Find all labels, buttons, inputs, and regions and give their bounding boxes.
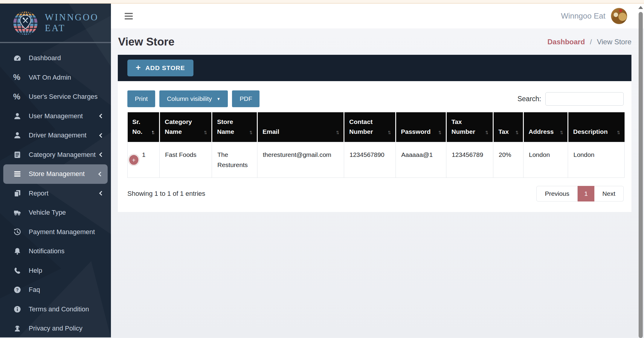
sidebar-item-label: Category Management (29, 151, 96, 159)
sidebar-item-label: Notifications (29, 247, 65, 255)
app-logo[interactable]: WINNGOO EAT (0, 4, 111, 42)
sidebar-item-payment-management[interactable]: Payment Management (0, 222, 111, 242)
cell-password: Aaaaaa@1 (396, 142, 446, 178)
cell-tax: 20% (493, 142, 524, 178)
brand-text: Winngoo Eat (561, 11, 605, 21)
sidebar-item-vehicle-type[interactable]: Vehicle Type (0, 203, 111, 222)
sidebar-item-report[interactable]: Report (0, 184, 111, 203)
pagination-page-1-button[interactable]: 1 (578, 186, 594, 201)
sort-icon: ↑↓ (617, 128, 621, 137)
avatar[interactable] (611, 8, 627, 24)
top-strip (0, 0, 644, 4)
col-header-address[interactable]: Address↑↓ (524, 112, 568, 142)
sidebar-item-label: Help (29, 267, 42, 275)
bars-icon (13, 170, 26, 178)
sort-icon: ↑↓ (387, 128, 391, 137)
search-label: Search: (518, 95, 541, 103)
user-secret-icon (13, 324, 26, 333)
sort-icon: ↑↓ (249, 128, 253, 137)
sort-icon: ↑↓ (336, 128, 340, 137)
column-visibility-button[interactable]: Column visibility ▼ (159, 90, 228, 107)
sort-icon: ↑↓ (151, 128, 155, 137)
sidebar: WINNGOO EAT Dashboard % VAT On Admin (0, 4, 111, 337)
print-button[interactable]: Print (127, 90, 155, 107)
copy-pages-icon (13, 189, 26, 198)
sidebar-item-label: Payment Management (29, 228, 95, 236)
vertical-scrollbar (637, 4, 644, 338)
cell-tax-number: 123456789 (446, 142, 493, 178)
add-store-button[interactable]: + ADD STORE (127, 60, 193, 76)
user-icon (13, 112, 26, 120)
sidebar-item-users-service-charges[interactable]: % User's Service Charges (0, 87, 111, 107)
chevron-left-icon (99, 114, 104, 119)
table-info: Showing 1 to 1 of 1 entries (127, 190, 205, 198)
sidebar-item-label: VAT On Admin (29, 74, 71, 81)
breadcrumb-dashboard-link[interactable]: Dashboard (547, 38, 585, 46)
page-title: View Store (118, 36, 175, 48)
winngoo-globe-icon (11, 9, 40, 37)
sidebar-item-store-management[interactable]: Store Management (3, 164, 108, 184)
sidebar-divider (0, 42, 111, 43)
pagination-next-button[interactable]: Next (594, 186, 624, 201)
scrollbar-thumb[interactable] (639, 12, 643, 338)
sidebar-item-vat-on-admin[interactable]: % VAT On Admin (0, 68, 111, 87)
sidebar-item-user-management[interactable]: User Management (0, 107, 111, 126)
user-icon (13, 131, 26, 140)
sidebar-item-label: Driver Management (29, 131, 86, 139)
col-header-tax-number[interactable]: Tax Number↑↓ (446, 112, 493, 142)
sidebar-item-faq[interactable]: ? Faq (0, 280, 111, 300)
store-card: + ADD STORE Print Column visibility ▼ PD… (118, 55, 631, 212)
main-area: Winngoo Eat View Store Dashboard / View … (111, 4, 644, 337)
breadcrumb: Dashboard / View Store (547, 38, 631, 46)
sort-icon: ↑↓ (515, 128, 519, 137)
pagination: Previous 1 Next (536, 186, 624, 201)
menu-toggle-icon[interactable] (125, 13, 133, 19)
sort-icon: ↑↓ (560, 128, 564, 137)
sidebar-item-dashboard[interactable]: Dashboard (0, 48, 111, 68)
col-header-email[interactable]: Email↑↓ (257, 112, 344, 142)
col-header-sr-no[interactable]: Sr. No.↑↓ (128, 112, 160, 142)
breadcrumb-separator: / (590, 38, 592, 46)
caret-down-icon: ▼ (217, 97, 221, 101)
plus-icon: + (136, 63, 141, 72)
history-icon (13, 228, 26, 236)
sidebar-item-privacy-and-policy[interactable]: Privacy and Policy (0, 319, 111, 337)
search-input[interactable] (545, 92, 624, 106)
column-visibility-label: Column visibility (167, 95, 212, 102)
percent-icon: % (13, 73, 26, 82)
row-expand-button[interactable]: + (129, 155, 138, 165)
col-header-contact-number[interactable]: Contact Number↑↓ (344, 112, 396, 142)
col-header-tax[interactable]: Tax↑↓ (493, 112, 524, 142)
chevron-left-icon (99, 152, 104, 157)
logo-title-line2: EAT (45, 23, 99, 34)
store-table: Sr. No.↑↓ Category Name↑↓ Store Name↑↓ E… (127, 112, 625, 178)
pagination-previous-button[interactable]: Previous (536, 186, 578, 201)
list-card-icon (13, 151, 26, 159)
scroll-up-arrow-icon[interactable] (638, 6, 643, 9)
sort-icon: ↑↓ (485, 128, 489, 137)
cell-address: London (524, 142, 568, 178)
sidebar-item-category-management[interactable]: Category Management (0, 145, 111, 165)
sidebar-item-help[interactable]: Help (0, 261, 111, 281)
col-header-store-name[interactable]: Store Name↑↓ (212, 112, 257, 142)
chevron-left-icon (99, 191, 104, 196)
phone-icon (13, 266, 26, 275)
col-header-category-name[interactable]: Category Name↑↓ (160, 112, 212, 142)
sidebar-item-label: Terms and Condition (29, 305, 89, 313)
sidebar-item-terms-and-condition[interactable]: Terms and Condition (0, 300, 111, 319)
question-circle-icon: ? (13, 286, 26, 294)
sidebar-item-label: User's Service Charges (29, 93, 97, 101)
sidebar-nav: Dashboard % VAT On Admin % User's Servic… (0, 48, 111, 337)
sidebar-item-driver-management[interactable]: Driver Management (0, 126, 111, 145)
col-header-password[interactable]: Password↑↓ (396, 112, 446, 142)
table-row: + 1 Fast Foods The Resturents theresture… (128, 142, 625, 178)
topbar: Winngoo Eat (111, 4, 644, 28)
cell-contact-number: 1234567890 (344, 142, 396, 178)
content: View Store Dashboard / View Store + ADD … (111, 28, 644, 337)
cell-category-name: Fast Foods (160, 142, 212, 178)
col-header-description[interactable]: Description↑↓ (568, 112, 625, 142)
cell-store-name: The Resturents (212, 142, 257, 178)
pdf-button[interactable]: PDF (232, 90, 260, 107)
breadcrumb-current: View Store (597, 38, 631, 46)
sidebar-item-notifications[interactable]: Notifications (0, 242, 111, 261)
